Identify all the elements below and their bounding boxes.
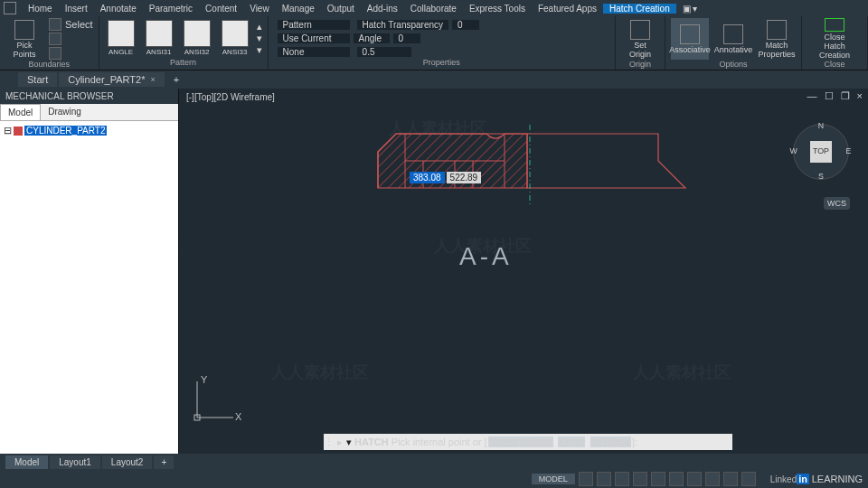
color-dropdown[interactable]: Use Current [278, 33, 350, 43]
maximize-icon[interactable]: ☐ [825, 90, 834, 102]
pattern-ansi32[interactable]: ANSI32 [181, 20, 213, 56]
select-icon [49, 18, 61, 31]
layout-add[interactable]: + [154, 455, 174, 469]
pattern-expand[interactable]: ▾ [257, 44, 262, 56]
workspace-icon[interactable] [723, 472, 738, 486]
view-cube[interactable]: TOP N S E W [785, 116, 857, 188]
pattern-swatch-icon [222, 20, 249, 47]
snap-icon[interactable] [597, 472, 611, 486]
close-viewport-icon[interactable]: × [857, 90, 863, 102]
ortho-icon[interactable] [615, 472, 629, 486]
hatch-type-dropdown[interactable]: Pattern [278, 20, 350, 30]
browser-tab-model[interactable]: Model [0, 104, 41, 120]
angle-value[interactable]: 0 [393, 33, 420, 43]
pattern-swatch-icon [108, 20, 135, 47]
ribbon-group-pattern: ANGLE ANSI31 ANSI32 ANSI33 ▴▾▾ Pattern [99, 16, 269, 70]
menu-collaborate[interactable]: Collaborate [404, 4, 463, 14]
tab-close-icon[interactable]: × [150, 75, 155, 84]
menu-parametric[interactable]: Parametric [143, 4, 199, 14]
transparency-value[interactable]: 0 [452, 20, 479, 30]
recreate-button[interactable] [49, 47, 93, 60]
menu-manage[interactable]: Manage [276, 4, 321, 14]
close-hatch-button[interactable]: Close Hatch Creation [807, 18, 862, 60]
layout1[interactable]: Layout1 [50, 455, 100, 469]
pick-points-icon [14, 20, 34, 40]
svg-text:S: S [818, 172, 824, 181]
menu-hatch-creation[interactable]: Hatch Creation [603, 4, 676, 14]
close-icon [825, 18, 844, 32]
pattern-swatch-icon [184, 20, 211, 47]
restore-icon[interactable]: ❐ [841, 90, 850, 102]
ribbon-group-boundaries: Pick Points Select Boundaries [0, 16, 99, 70]
lineweight-icon[interactable] [687, 472, 702, 486]
pattern-angle[interactable]: ANGLE [105, 20, 137, 56]
otrack-icon[interactable] [669, 472, 684, 486]
menu-view[interactable]: View [243, 4, 276, 14]
browser-tree[interactable]: ⊟ CYLINDER_PART2 [0, 121, 178, 454]
model-space-toggle[interactable]: MODEL [532, 474, 575, 484]
transparency-field[interactable]: Hatch Transparency [357, 20, 449, 30]
wcs-badge[interactable]: WCS [824, 197, 850, 210]
browser-title: MECHANICAL BROWSER [0, 89, 178, 104]
menu-express[interactable]: Express Tools [463, 4, 532, 14]
drawing-canvas[interactable]: [-][Top][2D Wireframe] — ☐ ❐ × 383.08 52… [179, 89, 868, 454]
menu-home[interactable]: Home [22, 4, 59, 14]
browser-tabs: Model Drawing [0, 104, 178, 121]
status-bar: MODEL Linkedin LEARNING [0, 470, 868, 488]
svg-text:E: E [845, 146, 851, 155]
ribbon: Pick Points Select Boundaries ANGLE ANSI… [0, 16, 868, 70]
tab-new[interactable]: + [166, 72, 186, 87]
annotative-button[interactable]: Annotative [714, 18, 752, 60]
viewport-label[interactable]: [-][Top][2D Wireframe] [186, 92, 275, 102]
menu-output[interactable]: Output [321, 4, 361, 14]
tab-file[interactable]: Cylinder_PART2*× [59, 72, 164, 87]
minimize-icon[interactable]: — [807, 90, 817, 102]
pattern-scroll-up[interactable]: ▴ [257, 21, 262, 33]
app-logo-icon[interactable] [4, 2, 16, 14]
remove-button[interactable] [49, 33, 93, 45]
ucs-icon[interactable]: Y X [188, 372, 242, 427]
tree-item[interactable]: ⊟ CYLINDER_PART2 [4, 125, 175, 136]
pick-points-button[interactable]: Pick Points [5, 18, 43, 60]
pattern-swatch-icon [146, 20, 173, 47]
browser-tab-drawing[interactable]: Drawing [41, 104, 89, 120]
command-line[interactable]: ⋮ ▸ ▾ HATCH Pick internal point or [Sele… [324, 434, 732, 450]
menu-insert[interactable]: Insert [59, 4, 94, 14]
tree-item-label: CYLINDER_PART2 [24, 126, 107, 136]
pattern-ansi33[interactable]: ANSI33 [219, 20, 251, 56]
scale-value[interactable]: 0.5 [357, 47, 411, 57]
menu-annotate[interactable]: Annotate [94, 4, 143, 14]
set-origin-button[interactable]: Set Origin [621, 18, 659, 60]
customize-icon[interactable] [741, 472, 756, 486]
svg-text:TOP: TOP [813, 146, 829, 155]
anno-icon[interactable] [705, 472, 720, 486]
select-button[interactable]: Select [49, 18, 93, 31]
dim-second: 522.89 [447, 172, 482, 183]
polar-icon[interactable] [633, 472, 647, 486]
menu-addins[interactable]: Add-ins [361, 4, 404, 14]
menu-overflow-icon[interactable]: ▣ ▾ [676, 4, 704, 14]
menu-content[interactable]: Content [199, 4, 243, 14]
menu-featured[interactable]: Featured Apps [532, 4, 603, 14]
group-label: Close [807, 60, 862, 70]
layout-tabs: Model Layout1 Layout2 + [0, 454, 868, 470]
tab-start[interactable]: Start [18, 72, 57, 87]
layer-dropdown[interactable]: None [278, 47, 350, 57]
associative-button[interactable]: Associative [671, 18, 709, 60]
layout2[interactable]: Layout2 [102, 455, 153, 469]
cmd-opt-select[interactable]: Select objects [488, 436, 553, 447]
document-tabs: Start Cylinder_PART2*× + [0, 70, 868, 89]
pattern-scroll-down[interactable]: ▾ [257, 33, 262, 44]
grid-icon[interactable] [579, 472, 593, 486]
cmd-opt-settings[interactable]: seTtings [590, 436, 632, 447]
layout-model[interactable]: Model [5, 455, 48, 469]
angle-label: Angle [354, 33, 390, 43]
cmd-opt-undo[interactable]: Undo [558, 436, 585, 447]
cmd-handle-icon[interactable]: ⋮ [324, 436, 334, 448]
linkedin-learning-logo: Linkedin LEARNING [770, 474, 863, 484]
dim-active[interactable]: 383.08 [410, 172, 445, 183]
match-properties-button[interactable]: Match Properties [758, 18, 796, 60]
dynamic-dimensions: 383.08 522.89 [410, 172, 481, 183]
osnap-icon[interactable] [651, 472, 665, 486]
pattern-ansi31[interactable]: ANSI31 [143, 20, 175, 56]
